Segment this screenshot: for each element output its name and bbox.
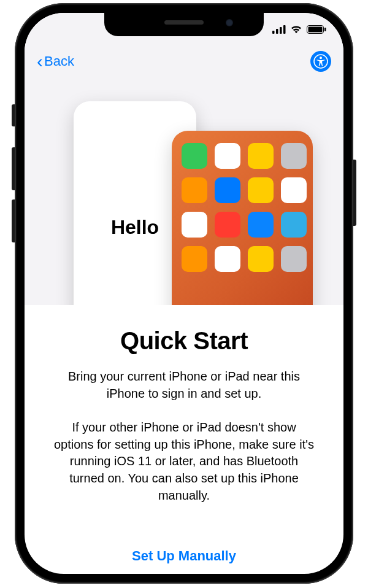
device-frame: ‹ Back Hello Quick Start Bring y [15,3,353,584]
earpiece-speaker [164,20,204,25]
app-icon [281,177,307,203]
accessibility-button[interactable] [310,51,331,72]
app-icon [182,246,207,272]
old-phone-illustration [172,131,313,305]
app-icon [215,212,240,238]
app-icon [281,143,307,169]
nav-bar: ‹ Back [25,46,343,77]
app-icon [281,212,307,238]
svg-rect-3 [283,25,286,34]
accessibility-icon [313,54,328,69]
content-area: Quick Start Bring your current iPhone or… [25,305,343,504]
app-icon [182,212,207,238]
app-icon [248,212,274,238]
cellular-signal-icon [272,25,286,34]
svg-rect-6 [324,28,326,31]
app-icon [215,246,240,272]
hello-text: Hello [111,216,159,239]
paragraph-1: Bring your current iPhone or iPad near t… [52,368,316,402]
app-icon [248,143,274,169]
app-icon [215,143,240,169]
svg-rect-0 [272,31,275,34]
app-icon [182,177,207,203]
app-icon [248,177,274,203]
page-title: Quick Start [52,327,316,355]
svg-rect-5 [309,27,323,33]
svg-point-8 [320,56,322,59]
app-icon-grid [182,143,303,272]
back-button[interactable]: ‹ Back [37,53,74,69]
hero-illustration: Hello [25,77,343,305]
battery-icon [307,25,326,34]
back-label: Back [44,53,74,69]
screen: ‹ Back Hello Quick Start Bring y [25,13,343,574]
paragraph-2: If your other iPhone or iPad doesn't sho… [52,419,316,504]
app-icon [248,246,274,272]
volume-down-button [12,199,15,242]
volume-up-button [12,147,15,190]
front-camera [226,19,233,26]
wifi-icon [290,25,302,34]
svg-rect-2 [280,27,282,34]
app-icon [281,246,307,272]
silence-switch [12,104,15,126]
svg-rect-1 [276,29,278,34]
app-icon [182,143,207,169]
app-icon [215,177,240,203]
set-up-manually-button[interactable]: Set Up Manually [25,542,343,570]
side-button [353,160,356,226]
notch [104,13,264,36]
